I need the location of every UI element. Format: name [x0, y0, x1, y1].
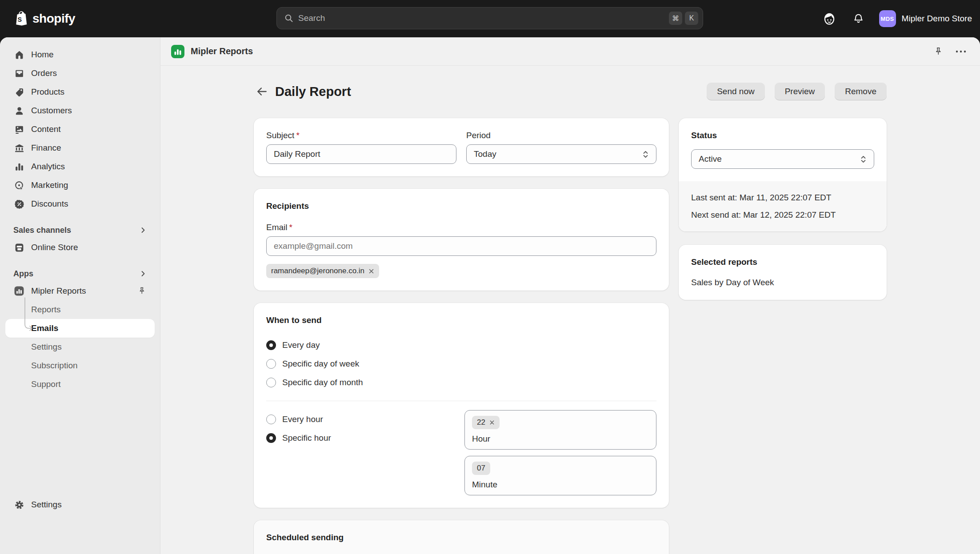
main-area: Mipler Reports Daily Re [160, 37, 980, 554]
radio-specific-day-of-week[interactable]: Specific day of week [266, 355, 656, 373]
sidebar-item-subscription[interactable]: Subscription [5, 356, 155, 375]
sidebar-item-customers[interactable]: Customers [5, 101, 155, 120]
sidebar-item-label: Home [31, 50, 54, 60]
more-icon[interactable] [955, 50, 967, 53]
pin-icon[interactable] [137, 287, 147, 295]
search-icon [284, 13, 294, 23]
notifications-button[interactable] [850, 10, 868, 28]
command-keycap: ⌘ [669, 12, 682, 25]
apps-label: Apps [13, 269, 33, 279]
hour-tag[interactable]: 22 [472, 416, 500, 429]
sidebar-item-analytics[interactable]: Analytics [5, 157, 155, 176]
sidebar-item-home[interactable]: Home [5, 45, 155, 64]
shopify-logo: S shopify [13, 0, 75, 37]
selected-reports-heading: Selected reports [691, 257, 874, 267]
email-input[interactable] [266, 236, 656, 256]
content-icon [13, 124, 25, 135]
sidebar-item-finance[interactable]: Finance [5, 139, 155, 157]
required-asterisk: * [289, 223, 292, 232]
mipler-app-icon [13, 286, 25, 296]
page-title: Daily Report [275, 84, 707, 99]
recipients-heading: Recipients [266, 201, 656, 211]
radio-icon [266, 378, 276, 387]
sidebar-item-label: Analytics [31, 162, 65, 171]
radio-specific-day-of-month[interactable]: Specific day of month [266, 373, 656, 392]
pin-icon[interactable] [933, 47, 944, 56]
bell-icon [852, 12, 864, 25]
subject-period-card: Subject* Period Today [254, 118, 669, 176]
search-placeholder: Search [298, 13, 666, 23]
svg-text:S: S [17, 16, 22, 23]
discounts-badge-icon [13, 199, 25, 209]
account-menu[interactable]: MDS Mipler Demo Store [879, 10, 972, 27]
updown-chevron-icon [860, 155, 867, 163]
sidebar-item-label: Products [31, 87, 64, 97]
sidebar-item-label: Marketing [31, 180, 68, 190]
email-label: Email* [266, 223, 656, 232]
divider [266, 401, 656, 401]
radio-specific-hour[interactable]: Specific hour [266, 429, 455, 447]
sidebar-item-marketing[interactable]: Marketing [5, 176, 155, 195]
topbar-right: MDS Mipler Demo Store [820, 0, 972, 37]
back-arrow-icon [256, 86, 268, 97]
sidekick-button[interactable] [820, 10, 838, 28]
status-meta: Last sent at: Mar 11, 2025 22:07 EDT Nex… [679, 181, 887, 231]
sidebar-item-online-store[interactable]: Online Store [5, 238, 155, 257]
remove-button[interactable]: Remove [835, 83, 887, 100]
k-keycap: K [685, 12, 698, 25]
sidebar-item-discounts[interactable]: Discounts [5, 195, 155, 213]
close-icon[interactable] [489, 420, 495, 425]
finance-bank-icon [13, 143, 25, 153]
minute-tag: 07 [472, 462, 490, 475]
when-to-send-heading: When to send [266, 315, 656, 325]
sidebar-item-label: Settings [31, 342, 62, 352]
page-head: Daily Report Send now Preview Remove [254, 81, 887, 102]
sidebar-item-settings[interactable]: Settings [5, 495, 155, 514]
sidebar: Home Orders Products Customers [0, 37, 160, 554]
period-select[interactable]: Today [466, 144, 656, 164]
sidebar-item-mipler-reports[interactable]: Mipler Reports [5, 282, 155, 300]
radio-every-hour[interactable]: Every hour [266, 410, 455, 429]
sidebar-item-reports[interactable]: Reports [5, 300, 155, 319]
sales-channels-section[interactable]: Sales channels [5, 222, 155, 238]
sidebar-item-label: Emails [31, 323, 58, 333]
shopify-wordmark: shopify [32, 12, 75, 26]
sidebar-item-label: Orders [31, 68, 57, 78]
hour-multiselect[interactable]: 22 Hour [464, 410, 656, 450]
subject-input[interactable] [266, 144, 456, 164]
customers-icon [13, 106, 25, 116]
sidebar-item-label: Reports [31, 305, 61, 315]
shopify-bag-icon: S [13, 10, 29, 28]
apps-section[interactable]: Apps [5, 266, 155, 282]
products-tag-icon [13, 87, 25, 97]
sidebar-item-products[interactable]: Products [5, 83, 155, 101]
period-value: Today [474, 149, 496, 159]
sidebar-item-support[interactable]: Support [5, 375, 155, 394]
page-actions: Send now Preview Remove [707, 83, 887, 100]
radio-icon [266, 433, 276, 443]
status-panel: Status Active Last sent a [679, 118, 887, 231]
required-asterisk: * [296, 131, 299, 140]
sidebar-item-settings-sub[interactable]: Settings [5, 338, 155, 356]
sidebar-item-label: Online Store [31, 243, 78, 252]
sidebar-item-emails[interactable]: Emails [5, 319, 155, 338]
status-select[interactable]: Active [691, 149, 874, 169]
sidebar-item-label: Support [31, 379, 61, 389]
status-heading: Status [691, 131, 874, 140]
next-send-text: Next send at: Mar 12, 2025 22:07 EDT [691, 210, 874, 220]
recipient-chip[interactable]: ramandeep@jeronone.co.in [266, 264, 379, 278]
sidebar-item-content[interactable]: Content [5, 120, 155, 139]
hour-box-label: Hour [472, 434, 649, 444]
page-content: Daily Report Send now Preview Remove [160, 66, 980, 554]
minute-multiselect[interactable]: 07 Minute [464, 456, 656, 495]
preview-button[interactable]: Preview [775, 83, 825, 100]
radio-every-day[interactable]: Every day [266, 336, 656, 355]
store-avatar: MDS [879, 10, 896, 27]
close-icon[interactable] [368, 268, 374, 274]
sidebar-item-label: Finance [31, 143, 61, 153]
send-now-button[interactable]: Send now [707, 83, 765, 100]
sidebar-item-orders[interactable]: Orders [5, 64, 155, 83]
recipients-card: Recipients Email* ramandeep@jeronone.co.… [254, 189, 669, 291]
search-input[interactable]: Search ⌘ K [276, 7, 703, 29]
back-button[interactable] [254, 84, 270, 100]
